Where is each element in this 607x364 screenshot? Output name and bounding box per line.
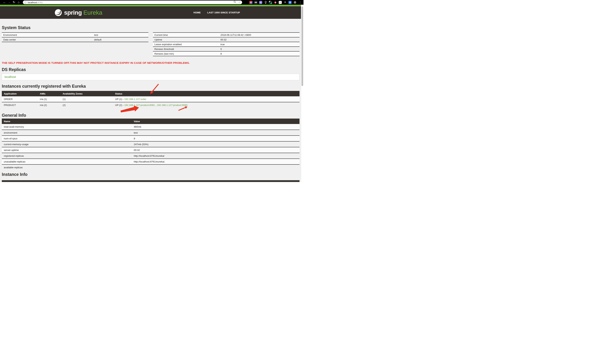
ds-replicas-box: localhost xyxy=(2,74,300,80)
replica-localhost-link[interactable]: localhost xyxy=(4,75,16,78)
url-port: :8761 xyxy=(37,1,43,4)
page-viewport: spring Eureka HOME LAST 1000 SINCE START… xyxy=(0,5,301,182)
browser-menu-icon[interactable]: ⋮ xyxy=(299,0,302,5)
extension-r-hexagon-icon[interactable]: R xyxy=(259,1,262,4)
table-row: server-uptime 00:32 xyxy=(2,147,300,153)
table-row: current-memory-usage 247mb (53%) xyxy=(2,141,300,147)
table-row: PRODUCT n/a (2) (2) UP (2) - 192.168.1.1… xyxy=(2,102,300,108)
extension-w-icon[interactable]: W xyxy=(289,1,291,4)
table-row: available-replicas xyxy=(2,165,300,170)
extension-loops-icon[interactable]: ∞ xyxy=(279,1,282,4)
page-content: System Status Environment test Data cent… xyxy=(0,26,301,182)
general-info-table-header: Name Value xyxy=(2,118,300,124)
nav-last1000-link[interactable]: LAST 1000 SINCE STARTUP xyxy=(207,11,240,14)
address-bar[interactable]: i localhost :8761 ☆ xyxy=(23,0,242,4)
table-row: environment test xyxy=(2,130,300,136)
back-button-icon[interactable]: ← xyxy=(2,0,7,5)
table-row: num-of-cpus 8 xyxy=(2,136,300,141)
table-row: Data center default xyxy=(2,37,148,42)
table-row: Lease expiration enabled true xyxy=(153,42,300,47)
instances-title: Instances currently registered with Eure… xyxy=(2,84,300,89)
table-row: Renews (last min) 8 xyxy=(153,51,300,56)
brand: spring Eureka xyxy=(55,9,102,16)
system-status-tables: Environment test Data center default Cur… xyxy=(2,32,300,56)
browser-chrome: ← → ↻ ⌂ i localhost :8761 ☆ FE R ∞ ☂ W ⋮ xyxy=(0,0,304,5)
table-row: total-avail-memory 460mb xyxy=(2,124,300,130)
forward-button-icon[interactable]: → xyxy=(7,0,12,5)
window-scrollbar[interactable] xyxy=(301,5,304,182)
scrollbar-thumb[interactable] xyxy=(302,7,303,86)
table-row: Uptime 00:32 xyxy=(153,37,300,42)
table-row: unavailable-replicas http://localhost:87… xyxy=(2,159,300,165)
table-row: Current time 2018-06-11T11:08:42 +0800 xyxy=(153,33,300,37)
extension-fe-icon[interactable]: FE xyxy=(249,1,252,4)
reload-button-icon[interactable]: ↻ xyxy=(12,0,16,5)
url-host: localhost xyxy=(28,1,37,4)
instance-link-order[interactable]: 192.168.1.127:order xyxy=(124,98,146,101)
nav-home-link[interactable]: HOME xyxy=(193,11,201,14)
instance-link-product-9080[interactable]: 192.168.1.127:product:9080 xyxy=(157,104,188,106)
page-info-icon[interactable]: i xyxy=(24,1,27,4)
instance-info-title: Instance Info xyxy=(2,172,300,177)
environment-table: Environment test Data center default xyxy=(2,32,148,42)
system-status-title: System Status xyxy=(2,26,300,30)
table-row: registered-replicas http://localhost:876… xyxy=(2,153,300,159)
runtime-table: Current time 2018-06-11T11:08:42 +0800 U… xyxy=(153,32,300,56)
top-green-strip xyxy=(0,5,301,6)
extension-parachute-icon[interactable]: ☂ xyxy=(284,1,287,4)
status-prefix: UP (2) - xyxy=(115,104,124,106)
instance-info-table-header xyxy=(2,180,300,182)
self-preservation-warning: THE SELF PRESERVATION MODE IS TURNED OFF… xyxy=(2,62,300,64)
table-row: ORDER n/a (1) (1) UP (1) - 192.168.1.127… xyxy=(2,96,300,102)
brand-eureka-text: Eureka xyxy=(83,9,102,16)
link-separator: , xyxy=(155,104,157,106)
instances-table: Application AMIs Availability Zones Stat… xyxy=(2,91,300,108)
home-button-icon[interactable]: ⌂ xyxy=(16,0,21,5)
instance-link-product-8081[interactable]: 192.168.1.127:product:8081 xyxy=(124,104,155,106)
table-row: Environment test xyxy=(2,33,148,37)
general-info-table: Name Value total-avail-memory 460mb envi… xyxy=(2,118,300,170)
extension-lightbulb-icon[interactable] xyxy=(264,1,267,4)
zoom-out-icon[interactable] xyxy=(234,0,236,4)
bookmark-star-icon[interactable]: ☆ xyxy=(238,0,241,4)
instances-table-header: Application AMIs Availability Zones Stat… xyxy=(2,91,300,96)
brand-spring-text: spring xyxy=(64,9,82,16)
table-row: Renews threshold 5 xyxy=(153,47,300,51)
general-info-title: General Info xyxy=(2,113,300,118)
spring-leaf-logo-icon xyxy=(55,9,62,16)
site-header: spring Eureka HOME LAST 1000 SINCE START… xyxy=(0,6,301,19)
top-nav: HOME LAST 1000 SINCE STARTUP xyxy=(193,11,240,14)
extension-react-icon[interactable] xyxy=(293,1,296,4)
ds-replicas-title: DS Replicas xyxy=(2,67,300,72)
extension-map-pin-icon[interactable] xyxy=(274,1,277,4)
extension-goggles-icon[interactable] xyxy=(254,1,257,4)
extension-octocat-icon[interactable] xyxy=(269,1,272,4)
status-prefix: UP (1) - xyxy=(115,98,124,101)
